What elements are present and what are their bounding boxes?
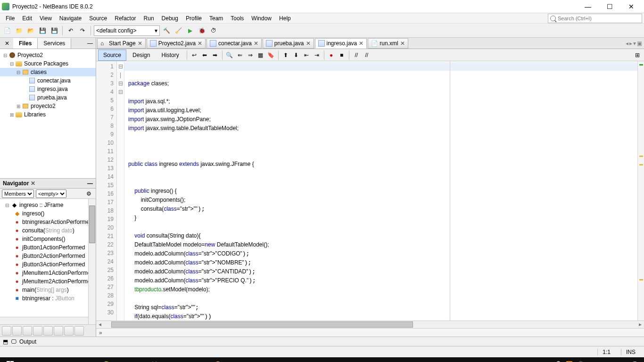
error-stripe[interactable] [637,61,644,321]
menu-help[interactable]: Help [275,14,295,23]
maximize-button[interactable]: ☐ [599,0,620,13]
menu-debug[interactable]: Debug [158,14,182,23]
projects-minimize-icon[interactable]: — [84,40,96,47]
menu-profile[interactable]: Profile [182,14,206,23]
menu-team[interactable]: Team [206,14,227,23]
tree-file[interactable]: prueba.java [37,94,67,101]
menu-window[interactable]: Window [248,14,275,23]
navigator-member[interactable]: jButton1ActionPerformed [22,244,85,251]
profile-button[interactable]: ⏱ [208,25,219,36]
menu-file[interactable]: File [2,14,18,23]
tab-conectar-java[interactable]: conectar.java✕ [206,38,262,49]
build-button[interactable]: 🔨 [161,25,172,36]
navigator-member[interactable]: ingreso() [22,210,44,217]
fold-column[interactable]: ⊟|⊟⊟ [117,61,124,321]
nav-filter-btn[interactable] [54,326,63,336]
new-project-button[interactable]: 📁 [14,25,24,36]
close-icon[interactable]: ✕ [306,40,311,47]
nav-filter-btn[interactable] [33,326,42,336]
subtab-source[interactable]: Source [98,49,126,61]
chrome-icon[interactable]: 🟢 [98,357,114,362]
navigator-scrollbar-horizontal[interactable] [0,317,88,324]
firefox-icon[interactable]: 🦊 [146,357,162,362]
undo-button[interactable]: ↶ [66,25,76,36]
menu-tools[interactable]: Tools [227,14,248,23]
tab-prueba-java[interactable]: prueba.java✕ [263,38,314,49]
find-next-icon[interactable]: ⇒ [246,50,255,60]
store-icon[interactable]: 🛍 [82,357,98,362]
new-file-button[interactable]: 📄 [2,25,12,36]
nav-filter-btn[interactable] [43,326,53,336]
tab-start-page[interactable]: ⌂Start Page✕ [97,38,146,49]
menu-navigate[interactable]: Navigate [56,14,85,23]
tree-file[interactable]: ingreso.java [37,86,68,92]
navigator-member[interactable]: jButton3ActionPerformed [22,261,85,268]
navigator-tree[interactable]: ⊟◆ingreso :: JFrame ◆ingreso() ●btningre… [0,199,96,324]
prev-bookmark-icon[interactable]: ⬆ [281,50,290,60]
next-bookmark-icon[interactable]: ⬇ [291,50,301,60]
last-edit-icon[interactable]: ↩ [190,50,199,60]
menu-source[interactable]: Source [85,14,111,23]
close-icon[interactable]: ✕ [400,40,405,47]
navigator-member[interactable]: btningresarActionPerformed [22,219,92,225]
task-view-icon[interactable]: ▭ [34,357,50,362]
cortana-search-icon[interactable]: ○ [18,357,34,362]
split-editor-icon[interactable]: ⊞ [633,50,642,60]
file-explorer-icon[interactable]: 📁 [66,357,82,362]
tree-libraries[interactable]: Libraries [24,111,46,118]
toggle-bookmark-icon[interactable]: 🔖 [266,50,276,60]
nav-filter-btn[interactable] [64,326,74,336]
paint-icon[interactable]: 🎨 [210,357,226,362]
editor-breadcrumb[interactable]: » [96,328,644,337]
menu-run[interactable]: Run [140,14,158,23]
find-prev-icon[interactable]: ⇐ [235,50,245,60]
find-selection-icon[interactable]: 🔍 [225,50,234,60]
project-tree[interactable]: ⊟Proyecto2 ⊟Source Packages ⊟clases cone… [0,49,96,178]
close-icon[interactable]: ✕ [359,40,363,47]
visual-studio-icon[interactable]: ∞ [194,357,210,362]
navigator-member[interactable]: main(String[] args) [22,287,69,293]
comment-icon[interactable]: // [352,50,361,60]
maximize-editor-icon[interactable]: ▣ [637,40,642,47]
projects-panel-close-icon[interactable]: ✕ [2,40,12,47]
output-panel-header[interactable]: ⬒ 🖵 Output [0,337,644,346]
line-number-gutter[interactable]: 1234567891011121314151617181920212223242… [96,61,117,321]
nav-filter-btn[interactable] [12,326,22,336]
shift-right-icon[interactable]: ⇥ [312,50,322,60]
navigator-member[interactable]: jMenuItem2ActionPerformed [22,278,94,285]
start-macro-icon[interactable]: ● [327,50,336,60]
restore-icon[interactable]: ⬒ [3,338,8,345]
stop-macro-icon[interactable]: ■ [337,50,347,60]
subtab-design[interactable]: Design [127,49,155,61]
open-project-button[interactable]: 📂 [25,25,36,36]
tab-scroll-right-icon[interactable]: ▸ [629,40,632,47]
nav-filter-btn[interactable] [2,326,11,336]
tree-file[interactable]: conectar.java [37,77,71,84]
close-icon[interactable]: ✕ [254,40,258,47]
start-button[interactable] [2,357,18,362]
nav-filter-btn[interactable] [23,326,32,336]
tree-package-clases[interactable]: clases [31,69,47,75]
shift-left-icon[interactable]: ⇤ [302,50,311,60]
navigator-filter-select[interactable]: <empty> [36,189,66,198]
navigator-close-icon[interactable]: ✕ [31,180,35,187]
navigator-mode-select[interactable]: Members [2,189,34,198]
onenote-icon[interactable]: N [130,357,146,362]
navigator-options-icon[interactable]: ⚙ [83,189,94,199]
app-icon[interactable]: ◧ [162,357,178,362]
toggle-highlight-icon[interactable]: ▦ [256,50,265,60]
debug-button[interactable]: 🐞 [197,25,207,36]
run-config-dropdown[interactable]: <default config>▾ [94,25,160,36]
forward-icon[interactable]: ➡ [210,50,220,60]
close-icon[interactable]: ✕ [138,40,142,47]
close-icon[interactable]: ✕ [198,40,202,47]
tab-scroll-left-icon[interactable]: ◂ [626,40,628,47]
vlc-icon[interactable]: ▲ [114,357,130,362]
navigator-member[interactable]: jButton2ActionPerformed [22,253,85,259]
minimize-button[interactable]: — [577,0,599,13]
save-button[interactable]: 💾 [37,25,48,36]
navigator-member[interactable]: initComponents() [22,236,65,242]
menu-edit[interactable]: Edit [18,14,36,23]
run-button[interactable]: ▶ [185,25,195,36]
tab-run-xml[interactable]: 📄run.xml✕ [368,38,408,49]
